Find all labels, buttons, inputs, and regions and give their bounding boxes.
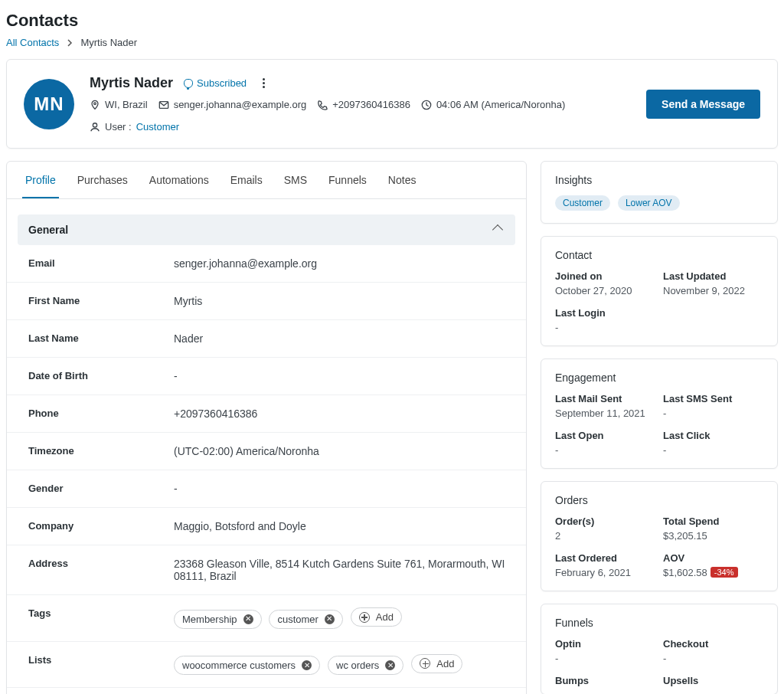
orders-card: Orders Order(s)2 Total Spend$3,205.15 La… — [541, 481, 778, 591]
label-timezone: Timezone — [28, 445, 174, 457]
last-ordered-label: Last Ordered — [555, 552, 655, 564]
insights-card: Insights Customer Lower AOV — [541, 161, 778, 224]
tab-list: Profile Purchases Automations Emails SMS… — [7, 162, 526, 199]
label-phone: Phone — [28, 408, 174, 419]
sms-label: Last SMS Sent — [663, 393, 763, 404]
remove-list-icon[interactable]: ✕ — [385, 660, 395, 670]
value-dob: - — [174, 370, 515, 382]
value-phone: +2097360416386 — [174, 408, 515, 420]
remove-tag-icon[interactable]: ✕ — [325, 614, 335, 624]
last-ordered-value: February 6, 2021 — [555, 567, 655, 578]
aov-change-badge: -34% — [710, 567, 738, 578]
checkout-value: - — [663, 653, 763, 664]
label-dob: Date of Birth — [28, 370, 174, 381]
remove-tag-icon[interactable]: ✕ — [243, 614, 253, 624]
optin-value: - — [555, 653, 655, 664]
contact-name: Myrtis Nader — [90, 75, 173, 91]
list-chip[interactable]: woocommerce customers✕ — [174, 656, 320, 675]
tag-chip[interactable]: Membership✕ — [174, 610, 262, 629]
svg-point-0 — [94, 102, 96, 104]
label-first-name: First Name — [28, 295, 174, 306]
tab-profile[interactable]: Profile — [22, 162, 59, 198]
contact-info-card: Contact Joined onOctober 27, 2020 Last U… — [541, 236, 778, 346]
general-section-label: General — [28, 224, 68, 236]
location-icon — [90, 100, 100, 110]
send-message-button[interactable]: Send a Message — [646, 90, 760, 119]
open-label: Last Open — [555, 430, 655, 441]
mail-label: Last Mail Sent — [555, 393, 655, 404]
label-gender: Gender — [28, 483, 174, 494]
spend-value: $3,205.15 — [663, 530, 763, 542]
phone-meta: +2097360416386 — [317, 99, 410, 110]
sms-value: - — [663, 408, 763, 419]
insights-title: Insights — [555, 174, 763, 186]
upsells-label: Upsells — [663, 675, 763, 686]
chevron-right-icon — [67, 39, 73, 47]
open-value: - — [555, 444, 655, 456]
general-section-toggle[interactable]: General — [18, 214, 515, 245]
page-title: Contacts — [6, 11, 778, 31]
breadcrumb-all-contacts[interactable]: All Contacts — [6, 37, 59, 48]
label-company: Company — [28, 520, 174, 532]
joined-value: October 27, 2020 — [555, 285, 655, 296]
contact-info-title: Contact — [555, 249, 763, 261]
engagement-title: Engagement — [555, 372, 763, 384]
subscribed-badge[interactable]: Subscribed — [184, 77, 247, 89]
tab-emails[interactable]: Emails — [227, 162, 266, 198]
orders-count-label: Order(s) — [555, 516, 655, 527]
breadcrumb: All Contacts Myrtis Nader — [6, 37, 778, 48]
label-tags: Tags — [28, 607, 174, 619]
orders-count-value: 2 — [555, 530, 655, 542]
user-meta: User : Customer — [90, 121, 179, 133]
label-last-name: Last Name — [28, 332, 174, 344]
list-chip[interactable]: wc orders✕ — [328, 656, 403, 675]
checkout-label: Checkout — [663, 638, 763, 650]
optin-label: Optin — [555, 638, 655, 650]
add-tag-button[interactable]: Add — [351, 607, 402, 627]
user-icon — [90, 122, 100, 133]
updated-value: November 9, 2022 — [663, 285, 763, 296]
profile-card: Profile Purchases Automations Emails SMS… — [6, 161, 527, 694]
click-value: - — [663, 444, 763, 456]
add-list-button[interactable]: Add — [411, 654, 462, 673]
value-address: 23368 Gleason Ville, 8514 Kutch Gardens … — [174, 558, 515, 582]
mail-value: September 11, 2021 — [555, 408, 655, 419]
plus-circle-icon — [420, 658, 430, 669]
value-email: senger.johanna@example.org — [174, 257, 515, 270]
value-last-name: Nader — [174, 332, 515, 345]
breadcrumb-current: Myrtis Nader — [80, 37, 137, 48]
envelope-icon — [158, 100, 169, 110]
value-gender: - — [174, 483, 515, 495]
bumps-label: Bumps — [555, 675, 655, 686]
location-meta: WI, Brazil — [90, 99, 148, 110]
clock-icon — [421, 100, 432, 110]
click-label: Last Click — [663, 430, 763, 441]
updated-label: Last Updated — [663, 270, 763, 282]
value-timezone: (UTC-02:00) America/Noronha — [174, 445, 515, 457]
funnels-title: Funnels — [555, 617, 763, 629]
tab-sms[interactable]: SMS — [281, 162, 310, 198]
phone-icon — [317, 100, 328, 110]
login-label: Last Login — [555, 307, 655, 319]
more-actions-button[interactable] — [257, 78, 270, 88]
avatar: MN — [24, 79, 74, 129]
engagement-card: Engagement Last Mail SentSeptember 11, 2… — [541, 358, 778, 469]
tab-notes[interactable]: Notes — [385, 162, 420, 198]
insight-badge-lower-aov[interactable]: Lower AOV — [618, 195, 680, 211]
bell-icon — [184, 79, 193, 88]
tag-chip[interactable]: customer✕ — [269, 610, 342, 629]
login-value: - — [555, 322, 655, 333]
insight-badge-customer[interactable]: Customer — [555, 195, 610, 211]
tab-automations[interactable]: Automations — [146, 162, 212, 198]
joined-label: Joined on — [555, 270, 655, 282]
label-email: Email — [28, 257, 174, 269]
aov-value: $1,602.58-34% — [663, 567, 763, 578]
user-type-link[interactable]: Customer — [136, 121, 179, 133]
email-meta: senger.johanna@example.org — [158, 99, 307, 110]
tab-purchases[interactable]: Purchases — [74, 162, 131, 198]
remove-list-icon[interactable]: ✕ — [302, 660, 312, 670]
plus-circle-icon — [359, 612, 370, 623]
contact-header-card: MN Myrtis Nader Subscribed WI, Brazil se… — [6, 59, 778, 149]
tab-funnels[interactable]: Funnels — [325, 162, 370, 198]
value-company: Maggio, Botsford and Doyle — [174, 520, 515, 532]
